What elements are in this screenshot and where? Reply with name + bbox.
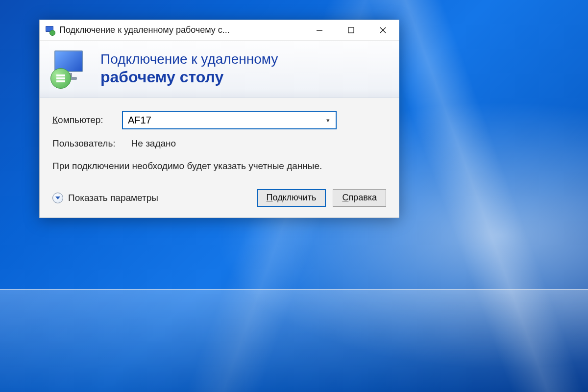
banner-line2: рабочему столу xyxy=(100,68,278,86)
banner-title: Подключение к удаленному рабочему столу xyxy=(100,51,278,86)
footer-row: Показать параметры Подключить Справка xyxy=(52,189,386,207)
expand-down-icon xyxy=(52,193,63,203)
header-banner: Подключение к удаленному рабочему столу xyxy=(40,41,399,98)
show-options-toggle[interactable]: Показать параметры xyxy=(52,193,158,203)
titlebar[interactable]: Подключение к удаленному рабочему с... xyxy=(40,20,399,41)
window-controls xyxy=(303,20,399,40)
window-title: Подключение к удаленному рабочему с... xyxy=(59,25,303,35)
maximize-button[interactable] xyxy=(335,20,367,40)
computer-field-row: Компьютер: ▾ xyxy=(52,111,386,129)
maximize-icon xyxy=(348,27,354,33)
desktop-horizon xyxy=(0,289,588,392)
rdp-dialog-window: Подключение к удаленному рабочему с... П… xyxy=(39,20,399,218)
close-button[interactable] xyxy=(367,20,399,40)
svg-rect-1 xyxy=(348,27,354,33)
user-field-row: Пользователь: Не задано xyxy=(52,138,386,149)
computer-label: Компьютер: xyxy=(52,115,116,125)
help-button[interactable]: Справка xyxy=(333,189,386,207)
user-value: Не задано xyxy=(131,138,176,149)
show-options-label: Показать параметры xyxy=(68,193,158,203)
minimize-icon xyxy=(316,27,323,34)
user-label: Пользователь: xyxy=(52,138,116,149)
computer-input[interactable] xyxy=(128,115,331,126)
credentials-hint: При подключении необходимо будет указать… xyxy=(52,160,327,172)
banner-line1: Подключение к удаленному xyxy=(100,51,278,67)
close-icon xyxy=(379,26,387,34)
connect-button[interactable]: Подключить xyxy=(257,189,326,207)
dialog-body: Компьютер: ▾ Пользователь: Не задано При… xyxy=(40,98,399,218)
rdp-monitor-icon xyxy=(50,49,91,89)
app-icon xyxy=(45,25,55,36)
computer-combobox[interactable]: ▾ xyxy=(122,111,337,129)
minimize-button[interactable] xyxy=(303,20,335,40)
